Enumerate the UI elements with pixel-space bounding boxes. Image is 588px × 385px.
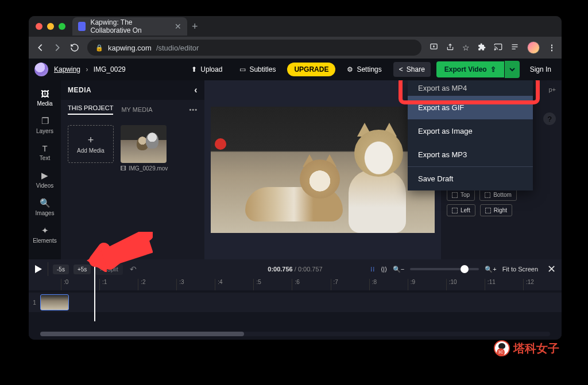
rail-text[interactable]: TText xyxy=(29,139,61,165)
media-item[interactable]: 🎞IMG_0029.mov xyxy=(121,125,168,172)
export-image-item[interactable]: Export as Image xyxy=(408,119,533,143)
url-path: /studio/editor xyxy=(156,44,199,52)
media-panel-title: MEDIA xyxy=(68,86,91,94)
rail-elements[interactable]: ✦Elements xyxy=(29,221,61,248)
settings-button[interactable]: ⚙Settings xyxy=(341,62,387,77)
timeline-controls: -5s +5s ✂Split ↶ 0:00.756 / 0:00.757 ⁞⁞ … xyxy=(29,259,562,279)
pad-left-button[interactable]: Left xyxy=(447,204,475,216)
breadcrumb-file[interactable]: IMG_0029 xyxy=(94,65,126,73)
export-mp4-item[interactable]: Export as MP4 xyxy=(408,80,533,96)
subtitles-icon: ▭ xyxy=(239,65,246,73)
rail-images[interactable]: 🔍Images xyxy=(29,194,61,220)
tracks-area[interactable]: 1 xyxy=(29,290,562,340)
save-draft-item[interactable]: Save Draft xyxy=(408,166,533,190)
skip-fwd-button[interactable]: +5s xyxy=(74,265,91,274)
export-dropdown-menu: Export as MP4 Export as GIF Export as Im… xyxy=(408,80,533,190)
kapwing-avatar[interactable] xyxy=(34,63,48,76)
export-gif-item[interactable]: Export as GIF xyxy=(408,96,533,119)
track-number: 1 xyxy=(29,300,40,306)
split-button[interactable]: ✂Split xyxy=(95,264,122,275)
titlebar: Kapwing: The Collaborative On ✕ + xyxy=(29,16,562,37)
zoom-out-icon[interactable]: 🔍− xyxy=(393,266,404,273)
reading-list-icon[interactable] xyxy=(510,42,519,53)
upload-icon: ⬆ xyxy=(191,65,197,73)
minimize-window-icon[interactable] xyxy=(47,23,54,30)
maximize-window-icon[interactable] xyxy=(59,23,65,30)
media-tabs: THIS PROJECT MY MEDIA ••• xyxy=(61,100,204,119)
close-tab-icon[interactable]: ✕ xyxy=(175,22,181,31)
tab-my-media[interactable]: MY MEDIA xyxy=(121,106,152,113)
share-icon[interactable] xyxy=(446,43,454,53)
window-controls xyxy=(36,23,65,30)
help-button[interactable]: ? xyxy=(543,112,556,125)
timeline-scrollbar[interactable] xyxy=(40,332,550,336)
tab-title: Kapwing: The Collaborative On xyxy=(90,18,170,34)
zoom-in-icon[interactable]: 🔍+ xyxy=(485,266,496,273)
address-bar[interactable]: 🔒 kapwing.com/studio/editor xyxy=(87,40,421,56)
export-out-icon: ⇪ xyxy=(490,65,496,73)
browser-window: Kapwing: The Collaborative On ✕ + 🔒 kapw… xyxy=(29,16,562,340)
undo-button[interactable]: ↶ xyxy=(127,262,139,276)
magnet-icon[interactable]: ⁞⁞ xyxy=(370,266,375,273)
videos-icon: ▶ xyxy=(41,170,48,181)
cast-icon[interactable] xyxy=(494,42,502,53)
breadcrumb-root[interactable]: Kapwing xyxy=(54,65,80,73)
media-panel: MEDIA ‹ THIS PROJECT MY MEDIA ••• + Add … xyxy=(61,80,204,259)
favicon-icon xyxy=(78,22,86,31)
browser-tab[interactable]: Kapwing: The Collaborative On ✕ xyxy=(72,17,187,36)
more-icon[interactable]: ••• xyxy=(189,106,198,113)
rail-videos[interactable]: ▶Videos xyxy=(29,166,61,193)
track-row[interactable]: 1 xyxy=(29,293,562,312)
bookmark-icon[interactable]: ☆ xyxy=(462,43,470,52)
extensions-icon[interactable] xyxy=(478,43,486,53)
back-button[interactable] xyxy=(36,43,45,52)
app-header: Kapwing › IMG_0029 ⬆Upload ▭Subtitles UP… xyxy=(29,59,562,80)
url-domain: kapwing.com xyxy=(108,44,152,52)
upgrade-button[interactable]: UPGRADE xyxy=(287,63,335,76)
pad-top-button[interactable]: Top xyxy=(447,189,475,201)
forward-button[interactable] xyxy=(53,43,62,52)
share-button[interactable]: <Share xyxy=(393,62,431,77)
new-tab-button[interactable]: + xyxy=(192,21,198,33)
upload-button[interactable]: ⬆Upload xyxy=(185,62,228,77)
profile-avatar[interactable] xyxy=(527,41,540,54)
time-ruler[interactable]: :0 :1 :2 :3 :4 :5 :6 :7 :8 :9 :10 :11 :1… xyxy=(29,279,562,290)
lock-icon: 🔒 xyxy=(95,44,103,52)
export-mp3-item[interactable]: Export as MP3 xyxy=(408,143,533,166)
video-preview[interactable] xyxy=(211,107,435,233)
export-video-button[interactable]: Export Video ⇪ xyxy=(436,61,504,77)
playhead[interactable] xyxy=(94,259,95,321)
sign-in-button[interactable]: Sign In xyxy=(525,62,556,77)
snap-icon[interactable]: ⟨|⟩ xyxy=(381,266,387,273)
subtitles-button[interactable]: ▭Subtitles xyxy=(234,62,281,77)
rail-layers[interactable]: ❐Layers xyxy=(29,112,61,138)
tab-this-project[interactable]: THIS PROJECT xyxy=(68,104,113,115)
toolbar-icons: ☆ ⋮ xyxy=(430,41,555,54)
skip-back-button[interactable]: -5s xyxy=(53,265,69,274)
reload-button[interactable] xyxy=(70,43,79,52)
menu-icon[interactable]: ⋮ xyxy=(548,43,555,52)
rail-media[interactable]: 🖼Media xyxy=(29,85,61,111)
app-body: 🖼Media ❐Layers TText ▶Videos 🔍Images ✦El… xyxy=(29,80,562,259)
media-panel-header: MEDIA ‹ xyxy=(61,80,204,100)
video-clip[interactable] xyxy=(40,294,69,310)
close-timeline-icon[interactable]: ✕ xyxy=(547,263,556,275)
install-icon[interactable] xyxy=(430,42,438,53)
watermark: 塔科女子 xyxy=(494,340,559,356)
media-icon: 🖼 xyxy=(41,89,49,99)
fit-to-screen-button[interactable]: Fit to Screen xyxy=(502,266,538,273)
add-media-button[interactable]: + Add Media xyxy=(68,125,114,163)
share-out-icon: < xyxy=(399,65,403,73)
media-thumbnail xyxy=(121,125,167,163)
zoom-slider[interactable] xyxy=(410,268,479,270)
square-icon xyxy=(452,208,458,213)
pad-bottom-button[interactable]: Bottom xyxy=(479,189,517,201)
watermark-text: 塔科女子 xyxy=(513,341,559,356)
export-dropdown-toggle[interactable] xyxy=(505,61,520,78)
plus-icon: + xyxy=(88,135,94,145)
collapse-panel-icon[interactable]: ‹ xyxy=(194,85,198,95)
close-window-icon[interactable] xyxy=(36,23,42,30)
pad-right-button[interactable]: Right xyxy=(480,204,512,216)
canvas[interactable] xyxy=(204,80,441,259)
play-button[interactable] xyxy=(34,262,48,276)
